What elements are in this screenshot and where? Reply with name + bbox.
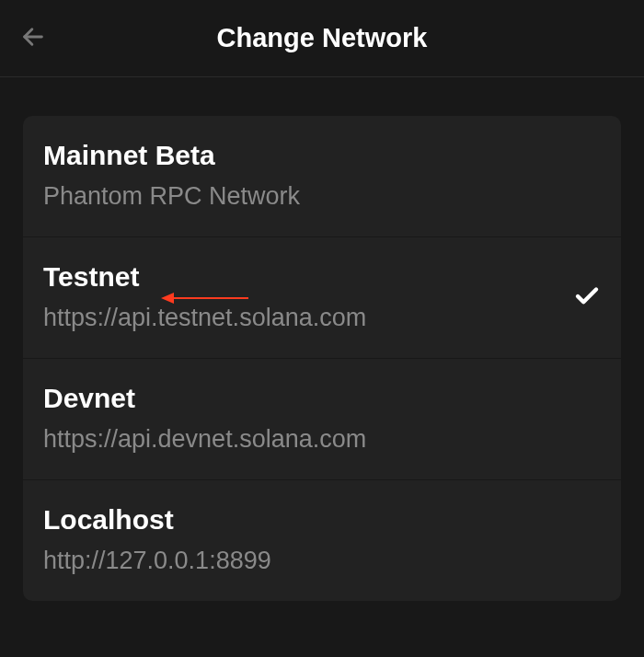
content: Mainnet Beta Phantom RPC Network Testnet… (0, 77, 644, 601)
network-item-devnet[interactable]: Devnet https://api.devnet.solana.com (23, 359, 621, 480)
header: Change Network (0, 0, 644, 77)
network-url: Phantom RPC Network (43, 182, 601, 211)
network-name: Devnet (43, 383, 601, 414)
network-name: Mainnet Beta (43, 140, 601, 171)
network-list: Mainnet Beta Phantom RPC Network Testnet… (23, 116, 621, 601)
network-url: http://127.0.0.1:8899 (43, 547, 601, 575)
back-button[interactable] (17, 22, 50, 55)
network-url: https://api.testnet.solana.com (43, 304, 601, 332)
network-name: Testnet (43, 261, 601, 293)
page-title: Change Network (17, 23, 627, 53)
check-icon (573, 282, 601, 314)
network-item-testnet[interactable]: Testnet https://api.testnet.solana.com (23, 237, 621, 359)
arrow-left-icon (20, 24, 46, 53)
network-item-mainnet-beta[interactable]: Mainnet Beta Phantom RPC Network (23, 116, 621, 237)
network-item-localhost[interactable]: Localhost http://127.0.0.1:8899 (23, 480, 621, 601)
network-url: https://api.devnet.solana.com (43, 425, 601, 454)
network-name: Localhost (43, 504, 601, 536)
